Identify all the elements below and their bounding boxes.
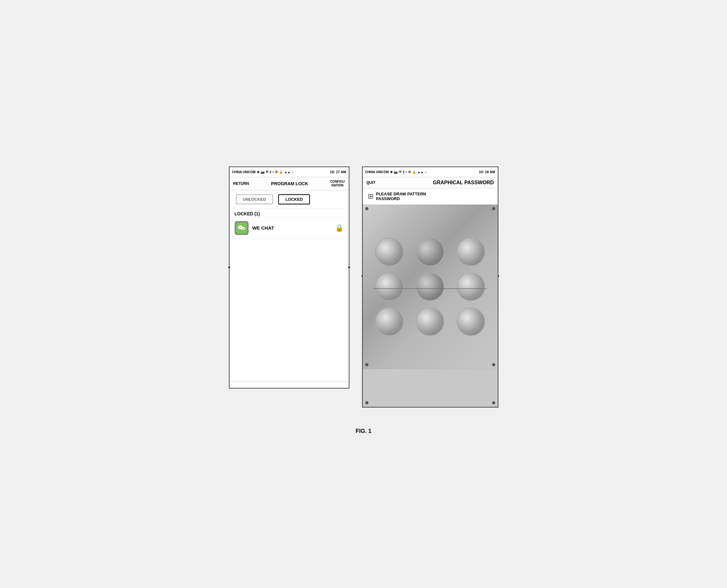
- right-status-bar-left: CHINA UNICOM ✚ 📷 Ψ 2 • ⑦ 🔒 ▲▲ ⌂: [365, 170, 427, 174]
- pattern-dot-9[interactable]: [456, 307, 485, 336]
- svg-point-5: [242, 228, 242, 228]
- pattern-dot-6[interactable]: [456, 272, 485, 301]
- corner-dot-tr: [492, 207, 495, 210]
- grid-icon: ⊞: [368, 192, 373, 201]
- grid-cell-5[interactable]: [413, 272, 447, 301]
- corner-dot-bl: [365, 363, 368, 366]
- psi-icon: Ψ: [266, 170, 268, 174]
- lock-status-icon: 🔒: [279, 170, 283, 174]
- pattern-dot-3[interactable]: [456, 237, 485, 266]
- pattern-dot-7[interactable]: [375, 307, 404, 336]
- left-status-time: 10: 17 AM: [330, 170, 346, 174]
- bottom-bar-left: [230, 381, 349, 388]
- grid-cell-2[interactable]: [413, 237, 447, 266]
- signal-icon: ✚: [257, 170, 259, 174]
- unlocked-toggle[interactable]: UNLOCKED: [236, 194, 273, 204]
- corner-dot-br: [492, 363, 495, 366]
- wechat-app-name: WE CHAT: [252, 225, 331, 231]
- pattern-dot-2[interactable]: [416, 237, 444, 266]
- right-wifi-icon: ⌂: [425, 170, 427, 174]
- main-container: CHINA UNICOM ✚ 📷 Ψ 2 • ⑦ 🔒 ▲▲ ⌂ 10: 17 A…: [216, 154, 511, 420]
- grid-cell-7[interactable]: [372, 307, 407, 336]
- left-status-bar-left: CHINA UNICOM ✚ 📷 Ψ 2 • ⑦ 🔒 ▲▲ ⌂: [232, 170, 294, 174]
- wifi-icon: ⌂: [292, 170, 294, 174]
- pattern-dot-8[interactable]: [416, 307, 444, 336]
- bottom-left-dot: [365, 401, 368, 404]
- right-carrier-label: CHINA UNICOM: [365, 170, 389, 174]
- wechat-app-icon: [235, 221, 249, 235]
- left-status-bar: CHINA UNICOM ✚ 📷 Ψ 2 • ⑦ 🔒 ▲▲ ⌂ 10: 17 A…: [230, 167, 349, 177]
- figure-label: FIG. 1: [356, 428, 371, 435]
- pattern-dot-5[interactable]: [416, 272, 444, 301]
- pattern-line: [373, 288, 487, 289]
- locked-section-label: LOCKED (1): [230, 208, 349, 217]
- right-status-bar: CHINA UNICOM ✚ 📷 Ψ 2 • ⑦ 🔒 ▲▲ ⌂ 10: 18 A…: [363, 167, 498, 177]
- right-network-num: 2: [403, 170, 405, 174]
- carrier-label: CHINA UNICOM: [232, 170, 256, 174]
- camera-icon: 📷: [261, 170, 264, 174]
- right-side-dot: [348, 267, 350, 268]
- pattern-area[interactable]: [363, 205, 498, 369]
- right-phone-screen: CHINA UNICOM ✚ 📷 Ψ 2 • ⑦ 🔒 ▲▲ ⌂ 10: 18 A…: [362, 167, 498, 407]
- lock-icon: 🔒: [335, 224, 344, 232]
- right-nav-bar: QUIT GRAPHICAL PASSWORD: [363, 177, 498, 188]
- square-icon: ⑦: [275, 170, 278, 174]
- locked-toggle[interactable]: LOCKED: [278, 194, 310, 205]
- grid-cell-8[interactable]: [413, 307, 447, 336]
- right-status-time: 10: 18 AM: [479, 170, 495, 174]
- pattern-grid[interactable]: [363, 228, 498, 345]
- instruction-text: PLEASE DRAW PATTERN PASSWORD: [376, 192, 426, 201]
- pattern-dot-1[interactable]: [375, 237, 404, 266]
- instruction-line2: PASSWORD: [376, 196, 426, 201]
- svg-point-4: [241, 227, 245, 230]
- svg-point-2: [239, 227, 240, 228]
- right-signal-bars: ▲▲: [417, 170, 424, 174]
- left-phone-screen: CHINA UNICOM ✚ 📷 Ψ 2 • ⑦ 🔒 ▲▲ ⌂ 10: 17 A…: [229, 167, 349, 388]
- instruction-row: ⊞ PLEASE DRAW PATTERN PASSWORD: [363, 188, 498, 205]
- corner-dot-tl: [365, 207, 368, 210]
- right-camera-icon: 📷: [394, 170, 398, 174]
- toggle-row: UNLOCKED LOCKED: [230, 190, 349, 208]
- grid-cell-9[interactable]: [454, 307, 488, 336]
- bottom-area-inner: [363, 369, 498, 407]
- left-nav-bar: RETURN PROGRAM LOCK CONFIGURATION: [230, 177, 349, 190]
- signal-bars-icon: ▲▲: [284, 170, 291, 174]
- right-square-icon: ⑦: [408, 170, 411, 174]
- program-lock-title: PROGRAM LOCK: [271, 181, 308, 186]
- grid-cell-3[interactable]: [454, 237, 488, 266]
- grid-cell-6[interactable]: [454, 272, 488, 301]
- network-num: 2: [270, 170, 271, 174]
- quit-button[interactable]: QUIT: [366, 181, 376, 185]
- left-side-dot: [228, 267, 230, 268]
- svg-point-6: [243, 228, 244, 228]
- configuration-button[interactable]: CONFIGURATION: [330, 180, 345, 187]
- right-lock-icon: 🔒: [412, 170, 416, 174]
- right-bullet-icon: •: [406, 170, 407, 174]
- right-signal-icon: ✚: [390, 170, 392, 174]
- pattern-dot-4[interactable]: [375, 272, 404, 301]
- right-psi-icon: Ψ: [399, 170, 401, 174]
- grid-cell-1[interactable]: [372, 237, 407, 266]
- grid-cell-4[interactable]: [372, 272, 407, 301]
- return-button[interactable]: RETURN: [233, 182, 249, 186]
- bullet-icon: •: [273, 170, 274, 174]
- bottom-right-dot: [492, 401, 495, 404]
- instruction-line1: PLEASE DRAW PATTERN: [376, 192, 426, 196]
- app-row-wechat[interactable]: WE CHAT 🔒: [230, 217, 349, 238]
- wechat-icon-svg: [236, 222, 247, 234]
- graphical-password-title: GRAPHICAL PASSWORD: [433, 180, 494, 186]
- bottom-area: [363, 369, 498, 407]
